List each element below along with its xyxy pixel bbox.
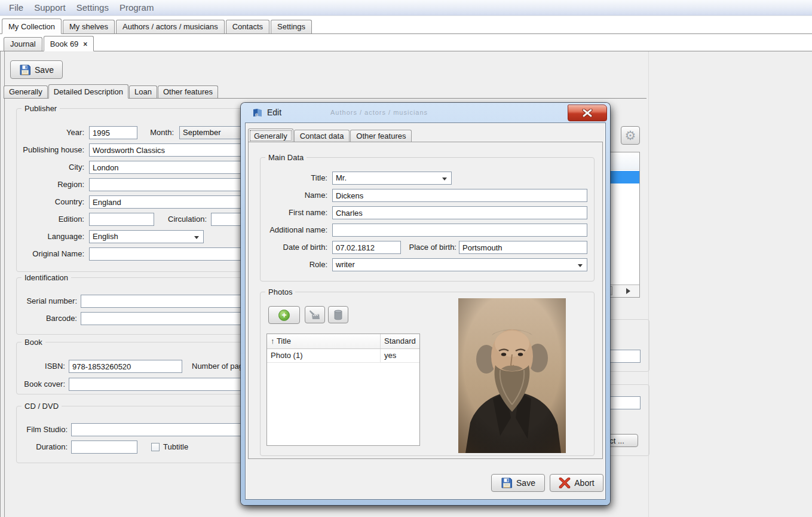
dialog-title-bar[interactable]: Edit Authors / actors / musicians bbox=[241, 103, 610, 123]
menu-support[interactable]: Support bbox=[29, 1, 71, 14]
title-combo[interactable]: Mr. bbox=[332, 172, 452, 185]
table-row[interactable]: Photo (1) yes bbox=[267, 349, 419, 363]
additional-name-label: Additional name: bbox=[262, 224, 327, 237]
form-tab-other-features[interactable]: Other features bbox=[158, 85, 218, 98]
scroll-right-icon[interactable] bbox=[626, 288, 633, 294]
role-combo[interactable]: writer bbox=[332, 258, 587, 271]
identification-group-title: Identification bbox=[22, 273, 71, 282]
tab-contacts[interactable]: Contacts bbox=[226, 20, 269, 33]
dialog-tab-generally[interactable]: Generally bbox=[248, 129, 293, 143]
photos-table-header-standard[interactable]: Standard bbox=[381, 334, 419, 348]
form-tab-strip: Generally Detailed Description Loan Othe… bbox=[4, 84, 646, 99]
language-combo-value: English bbox=[93, 232, 118, 241]
month-label: Month: bbox=[142, 126, 174, 139]
title-label: Title: bbox=[262, 172, 327, 185]
photos-group-title: Photos bbox=[265, 287, 295, 296]
brush-icon bbox=[309, 309, 321, 321]
date-of-birth-label: Date of birth: bbox=[262, 241, 327, 254]
main-tab-strip: My Collection My shelves Authors / actor… bbox=[0, 16, 812, 34]
original-name-label: Original Name: bbox=[19, 247, 84, 261]
serial-number-label: Serial number: bbox=[19, 295, 77, 308]
place-of-birth-input[interactable] bbox=[459, 241, 587, 254]
abort-x-icon bbox=[559, 478, 571, 488]
list-settings-button[interactable]: ⚙ bbox=[621, 126, 640, 145]
barcode-label: Barcode: bbox=[19, 312, 77, 325]
subtitle-checkbox[interactable] bbox=[151, 443, 160, 451]
menu-settings[interactable]: Settings bbox=[71, 1, 114, 14]
tab-authors-actors-musicians[interactable]: Authors / actors / musicians bbox=[116, 20, 225, 33]
chevron-down-icon bbox=[442, 178, 447, 183]
film-studio-label: Film Studio: bbox=[17, 423, 68, 436]
duration-input[interactable] bbox=[71, 440, 137, 454]
dialog-close-button[interactable] bbox=[568, 105, 607, 121]
dialog-title: Edit bbox=[267, 108, 281, 117]
tab-settings[interactable]: Settings bbox=[271, 20, 312, 33]
form-tab-generally[interactable]: Generally bbox=[4, 85, 48, 98]
tab-my-collection[interactable]: My Collection bbox=[2, 19, 62, 34]
charles-dickens-photo bbox=[458, 298, 566, 453]
role-combo-value: writer bbox=[336, 260, 355, 269]
first-name-input[interactable] bbox=[332, 206, 587, 219]
floppy-icon bbox=[501, 477, 513, 489]
isbn-label: ISBN: bbox=[17, 360, 65, 373]
language-combo[interactable]: English bbox=[89, 230, 204, 243]
additional-name-input[interactable] bbox=[332, 224, 587, 237]
dialog-abort-label: Abort bbox=[574, 478, 594, 488]
close-icon bbox=[582, 109, 593, 117]
title-combo-value: Mr. bbox=[336, 173, 347, 182]
delete-photo-button[interactable] bbox=[328, 306, 348, 323]
subtitle-checkbox-label: Tubtitle bbox=[163, 440, 199, 454]
place-of-birth-label: Place of birth: bbox=[404, 241, 456, 254]
year-input[interactable] bbox=[89, 126, 137, 139]
name-label: Name: bbox=[262, 189, 327, 202]
photo-standard-cell: yes bbox=[381, 349, 419, 362]
add-plus-icon: + bbox=[278, 310, 290, 321]
book-cover-label: Book cover: bbox=[17, 378, 65, 391]
menu-file[interactable]: File bbox=[4, 1, 29, 14]
language-label: Language: bbox=[19, 230, 84, 243]
photo-title-cell: Photo (1) bbox=[267, 349, 381, 362]
dialog-save-label: Save bbox=[516, 478, 535, 488]
left-splitter[interactable] bbox=[0, 51, 5, 517]
dialog-tab-contact-data[interactable]: Contact data bbox=[294, 130, 350, 142]
gear-icon: ⚙ bbox=[625, 129, 636, 142]
tab-close-icon[interactable]: × bbox=[83, 40, 87, 48]
edit-dialog: Edit Authors / actors / musicians Genera… bbox=[241, 103, 610, 505]
year-label: Year: bbox=[19, 126, 84, 139]
dialog-tab-other-features[interactable]: Other features bbox=[350, 130, 412, 142]
photos-table[interactable]: ↑ Title Standard Photo (1) yes bbox=[266, 334, 420, 446]
chevron-down-icon bbox=[194, 236, 199, 241]
dialog-tab-strip: Generally Contact data Other features bbox=[248, 129, 412, 142]
first-name-label: First name: bbox=[262, 206, 327, 219]
save-button-label: Save bbox=[35, 65, 54, 75]
trash-icon bbox=[333, 309, 344, 321]
duration-label: Duration: bbox=[17, 440, 68, 454]
name-input[interactable] bbox=[332, 189, 587, 202]
menu-program[interactable]: Program bbox=[114, 1, 160, 14]
chevron-down-icon bbox=[578, 264, 583, 270]
tab-my-shelves[interactable]: My shelves bbox=[63, 20, 115, 33]
dialog-save-button[interactable]: Save bbox=[491, 474, 545, 492]
photos-table-header-title[interactable]: ↑ Title bbox=[267, 334, 381, 348]
form-tab-detailed-description[interactable]: Detailed Description bbox=[48, 84, 128, 99]
isbn-input[interactable] bbox=[69, 360, 182, 373]
form-tab-loan[interactable]: Loan bbox=[129, 85, 157, 98]
circulation-label: Circulation: bbox=[168, 213, 207, 226]
tab-journal[interactable]: Journal bbox=[4, 37, 42, 51]
city-label: City: bbox=[19, 161, 84, 174]
import-photo-button[interactable] bbox=[305, 306, 325, 323]
save-button[interactable]: Save bbox=[10, 60, 63, 79]
add-photo-button[interactable]: + bbox=[268, 306, 300, 324]
month-combo-value: September bbox=[183, 128, 221, 137]
role-label: Role: bbox=[262, 258, 327, 271]
dialog-abort-button[interactable]: Abort bbox=[550, 474, 603, 492]
app-window: File Support Settings Program My Collect… bbox=[0, 0, 812, 517]
region-label: Region: bbox=[19, 178, 84, 191]
book-group-title: Book bbox=[22, 338, 45, 347]
edition-label: Edition: bbox=[19, 213, 84, 226]
date-of-birth-input[interactable] bbox=[332, 241, 401, 254]
photos-table-header: ↑ Title Standard bbox=[267, 334, 419, 349]
tab-book-69[interactable]: Book 69× bbox=[44, 36, 94, 51]
photos-group: Photos + ↑ Title Sta bbox=[260, 292, 595, 456]
edition-input[interactable] bbox=[89, 213, 154, 226]
